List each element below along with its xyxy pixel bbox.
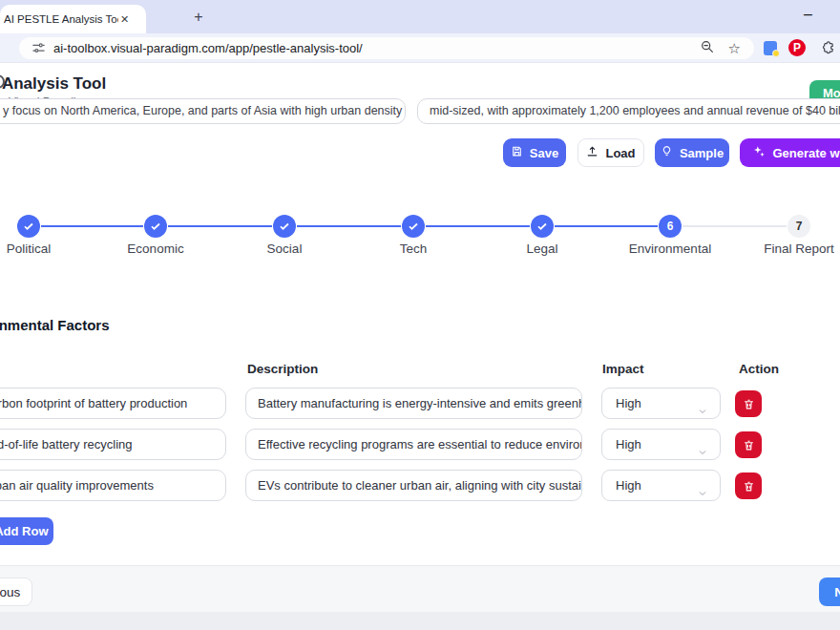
impact-value: High (616, 478, 641, 493)
load-button[interactable]: Load (578, 138, 644, 167)
pinterest-extension-icon[interactable]: P (788, 39, 806, 56)
impact-select[interactable]: High (601, 388, 721, 419)
delete-row-button[interactable] (735, 472, 762, 499)
step-economic-circle[interactable] (144, 215, 167, 238)
add-row-button[interactable]: + Add Row (0, 517, 53, 545)
browser-tab-strip: AI PESTLE Analysis Tool - B ✕ + – (0, 0, 840, 33)
impact-select[interactable]: High (601, 429, 721, 460)
bookmark-star-icon[interactable]: ☆ (728, 41, 741, 55)
extension-badge-dot (772, 50, 780, 57)
description-input[interactable]: Battery manufacturing is energy-intensiv… (245, 388, 582, 419)
trash-icon (743, 480, 755, 493)
new-tab-button[interactable]: + (189, 8, 208, 27)
step-label-legal[interactable]: Legal (485, 242, 599, 256)
chevron-down-icon (697, 398, 708, 419)
step-label-final-report[interactable]: Final Report (742, 242, 840, 256)
load-label: Load (605, 146, 635, 160)
sample-label: Sample (680, 146, 724, 160)
save-button[interactable]: Save (503, 138, 566, 167)
step-final-report-circle[interactable]: 7 (788, 215, 810, 238)
generate-label: Generate with AI (772, 146, 840, 160)
generate-with-ai-button[interactable]: Generate with AI (740, 138, 840, 167)
extensions-puzzle-icon[interactable] (819, 40, 835, 60)
factor-input[interactable]: Carbon footprint of battery production (0, 388, 226, 419)
delete-row-button[interactable] (735, 390, 762, 417)
stepper-connector (41, 225, 143, 227)
extension-icon[interactable] (764, 41, 777, 55)
tab-title: AI PESTLE Analysis Tool - B (4, 13, 118, 25)
check-icon (536, 220, 548, 232)
window-minimize-button[interactable]: – (804, 6, 812, 23)
step-political-circle[interactable] (17, 215, 40, 238)
sparkles-icon (752, 145, 766, 161)
step-label-social[interactable]: Social (227, 242, 342, 256)
section-title: Environmental Factors (0, 317, 110, 333)
stepper-connector (168, 225, 272, 227)
impact-select[interactable]: High (601, 470, 721, 501)
stepper-connector (426, 225, 530, 227)
zoom-out-icon[interactable] (700, 39, 715, 58)
next-button[interactable]: Next (819, 578, 840, 606)
check-icon (23, 220, 34, 232)
stepper-connector (682, 225, 787, 227)
step-social-circle[interactable] (273, 215, 296, 238)
sample-button[interactable]: Sample (655, 138, 729, 167)
url-text[interactable]: ai-toolbox.visual-paradigm.com/app/pestl… (53, 41, 363, 55)
step-legal-circle[interactable] (531, 215, 554, 238)
impact-value: High (616, 396, 641, 410)
column-header-description: Description (247, 362, 318, 376)
stepper-connector (555, 225, 658, 227)
trash-icon (743, 439, 755, 452)
save-label: Save (530, 146, 558, 160)
upload-icon (586, 145, 598, 160)
impact-value: High (616, 437, 641, 452)
site-settings-icon[interactable] (32, 41, 46, 55)
lightbulb-icon (661, 145, 673, 160)
column-header-impact: Impact (602, 362, 644, 376)
step-label-environmental[interactable]: Environmental (613, 242, 727, 256)
stepper-connector (297, 225, 401, 227)
column-header-action: Action (739, 362, 779, 376)
page-title: AI PESTLE Analysis Tool (0, 74, 106, 94)
save-icon (511, 145, 523, 160)
check-icon (408, 220, 419, 232)
browser-tab[interactable]: AI PESTLE Analysis Tool - B ✕ (0, 5, 146, 33)
check-icon (279, 220, 290, 232)
check-icon (150, 220, 161, 232)
factor-input[interactable]: End-of-life battery recycling (0, 429, 226, 460)
screen: AI PESTLE Analysis Tool - B ✕ + – ai-too… (0, 0, 840, 630)
company-size-input[interactable]: mid-sized, with approximately 1,200 empl… (417, 98, 840, 124)
trash-icon (743, 398, 755, 410)
chevron-down-icon (697, 439, 708, 460)
step-label-political[interactable]: Political (0, 242, 86, 256)
page-bottom-strip (0, 612, 840, 630)
chevron-down-icon (697, 480, 708, 501)
step-label-tech[interactable]: Tech (356, 242, 471, 256)
delete-row-button[interactable] (735, 431, 762, 458)
close-tab-icon[interactable]: ✕ (120, 13, 129, 26)
previous-button[interactable]: Previous (0, 578, 32, 606)
description-input[interactable]: EVs contribute to cleaner urban air, ali… (245, 470, 582, 501)
description-input[interactable]: Effective recycling programs are essenti… (245, 429, 582, 460)
step-tech-circle[interactable] (402, 215, 425, 238)
market-focus-input[interactable]: y focus on North America, Europe, and pa… (0, 98, 406, 124)
footer-band (0, 566, 840, 612)
step-label-economic[interactable]: Economic (98, 242, 213, 256)
factor-input[interactable]: Urban air quality improvements (0, 470, 226, 501)
address-bar[interactable]: ai-toolbox.visual-paradigm.com/app/pestl… (19, 37, 754, 59)
step-environmental-circle[interactable]: 6 (659, 215, 682, 238)
